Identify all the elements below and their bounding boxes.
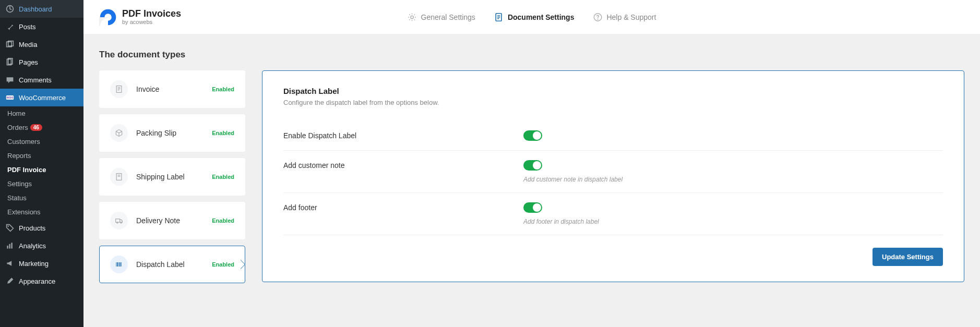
sidebar-label: Dashboard — [19, 5, 52, 13]
svg-rect-9 — [9, 244, 10, 249]
brush-icon — [5, 276, 15, 286]
sidebar-label: WooCommerce — [19, 94, 66, 102]
comment-icon — [5, 75, 15, 84]
toggle-enable-dispatch[interactable] — [523, 130, 542, 141]
svg-point-30 — [117, 222, 118, 223]
toggle-add-footer[interactable] — [523, 202, 542, 213]
svg-point-7 — [8, 226, 9, 227]
section-title: The document types — [99, 50, 964, 60]
document-type-list: Invoice Enabled Packing Slip Enabled Shi… — [99, 70, 245, 283]
subitem-home[interactable]: Home — [0, 106, 83, 120]
svg-rect-32 — [116, 262, 116, 267]
sidebar-label: Posts — [19, 23, 36, 31]
sidebar-item-appearance[interactable]: Appearance — [0, 272, 83, 290]
subitem-reports[interactable]: Reports — [0, 149, 83, 163]
delivery-icon — [110, 212, 128, 229]
help-text: Add footer in dispatch label — [523, 218, 943, 225]
barcode-icon — [110, 256, 128, 273]
doc-type-status: Enabled — [212, 174, 234, 180]
subitem-extensions[interactable]: Extensions — [0, 205, 83, 219]
svg-rect-10 — [11, 243, 12, 248]
doc-type-shipping-label[interactable]: Shipping Label Enabled — [99, 158, 245, 196]
doc-type-label: Delivery Note — [136, 216, 212, 225]
sidebar-item-media[interactable]: Media — [0, 35, 83, 53]
doc-type-packing-slip[interactable]: Packing Slip Enabled — [99, 114, 245, 152]
doc-type-dispatch-label[interactable]: Dispatch Label Enabled — [99, 246, 245, 283]
tab-help-support[interactable]: Help & Support — [593, 13, 656, 22]
doc-type-label: Packing Slip — [136, 129, 212, 137]
subitem-orders[interactable]: Orders46 — [0, 120, 83, 135]
pin-icon — [5, 22, 15, 31]
sidebar-item-dashboard[interactable]: Dashboard — [0, 0, 83, 18]
svg-rect-36 — [120, 262, 121, 267]
woo-icon: woo — [5, 93, 15, 102]
form-label: Add footer — [283, 202, 523, 212]
invoice-icon — [110, 80, 128, 98]
svg-rect-22 — [116, 86, 122, 93]
tab-general-settings[interactable]: General Settings — [408, 13, 475, 22]
shipping-icon — [110, 168, 128, 186]
doc-type-label: Shipping Label — [136, 173, 212, 181]
subitem-status[interactable]: Status — [0, 191, 83, 205]
sidebar-label: Media — [19, 41, 37, 49]
sidebar-item-woocommerce[interactable]: woo WooCommerce — [0, 89, 83, 106]
svg-rect-8 — [7, 246, 8, 249]
panel-subtitle: Configure the dispatch label from the op… — [283, 99, 943, 106]
sidebar-item-comments[interactable]: Comments — [0, 71, 83, 89]
wp-admin-sidebar: Dashboard Posts Media Pages Comments woo… — [0, 0, 83, 327]
tab-document-settings[interactable]: Document Settings — [494, 13, 575, 22]
doc-type-invoice[interactable]: Invoice Enabled — [99, 70, 245, 108]
row-add-footer: Add footer Add footer in dispatch label — [283, 193, 943, 235]
doc-type-label: Dispatch Label — [136, 260, 212, 269]
pdf-invoices-logo-icon — [99, 8, 117, 26]
form-label: Enable Dispatch Label — [283, 130, 523, 140]
svg-point-21 — [597, 19, 598, 19]
subitem-customers[interactable]: Customers — [0, 135, 83, 149]
sidebar-label: Products — [19, 224, 45, 232]
sidebar-item-analytics[interactable]: Analytics — [0, 237, 83, 255]
document-icon — [494, 13, 504, 22]
package-icon — [110, 124, 128, 142]
doc-type-status: Enabled — [212, 86, 234, 92]
sidebar-label: Analytics — [19, 242, 46, 250]
sidebar-item-pages[interactable]: Pages — [0, 53, 83, 71]
doc-type-status: Enabled — [212, 261, 234, 268]
svg-rect-35 — [119, 262, 119, 267]
update-settings-button[interactable]: Update Settings — [873, 248, 943, 266]
subitem-pdf-invoice[interactable]: PDF Invoice — [0, 163, 83, 177]
svg-rect-33 — [117, 262, 118, 267]
doc-type-status: Enabled — [212, 130, 234, 136]
help-text: Add customer note in dispatch label — [523, 176, 943, 183]
sidebar-item-products[interactable]: Products — [0, 219, 83, 237]
svg-rect-37 — [121, 262, 122, 267]
svg-point-31 — [121, 222, 122, 223]
doc-type-status: Enabled — [212, 217, 234, 224]
help-icon — [593, 13, 602, 22]
pages-icon — [5, 57, 15, 67]
sidebar-item-marketing[interactable]: Marketing — [0, 255, 83, 272]
dashboard-icon — [5, 4, 15, 14]
svg-point-15 — [411, 16, 413, 18]
logo-title: PDF Invoices — [122, 9, 181, 19]
media-icon — [5, 40, 15, 49]
svg-text:woo: woo — [6, 95, 14, 99]
svg-rect-26 — [116, 174, 122, 180]
svg-rect-34 — [118, 262, 118, 267]
subitem-settings[interactable]: Settings — [0, 177, 83, 191]
panel-title: Dispatch Label — [283, 87, 943, 95]
sidebar-label: Marketing — [19, 260, 49, 268]
svg-rect-29 — [116, 219, 120, 222]
sidebar-item-posts[interactable]: Posts — [0, 18, 83, 35]
app-logo: PDF Invoices by acowebs — [99, 8, 181, 26]
toggle-customer-note[interactable] — [523, 160, 542, 171]
logo-subtitle: by acowebs — [122, 19, 181, 25]
doc-type-delivery-note[interactable]: Delivery Note Enabled — [99, 202, 245, 239]
analytics-icon — [5, 241, 15, 250]
app-topbar: PDF Invoices by acowebs General Settings… — [83, 0, 980, 34]
orders-badge: 46 — [30, 124, 42, 131]
doc-type-label: Invoice — [136, 85, 212, 93]
row-customer-note: Add customer note Add customer note in d… — [283, 151, 943, 193]
sidebar-label: Comments — [19, 76, 52, 84]
megaphone-icon — [5, 259, 15, 268]
gear-icon — [408, 13, 417, 22]
